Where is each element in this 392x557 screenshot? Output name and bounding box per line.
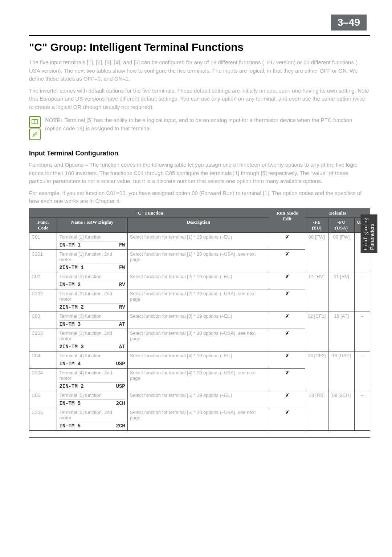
config-paragraph-1: Functions and Options – The function cod… bbox=[29, 161, 370, 186]
th-fe: -FE (EU) bbox=[305, 217, 328, 232]
cell-run: ✗ bbox=[269, 351, 305, 368]
note-icon-stack bbox=[29, 116, 41, 140]
cell-desc: Select function for terminal [5] * 20 op… bbox=[127, 408, 269, 430]
cell-code: C201 bbox=[29, 249, 57, 272]
cell-fe: 18 [RS] bbox=[305, 391, 328, 430]
c-function-table: "C" Function Run Mode Edit Defaults Func… bbox=[29, 208, 370, 431]
cell-fe: 00 [FW] bbox=[305, 232, 328, 272]
cell-run: ✗ bbox=[269, 329, 305, 351]
cell-code: C203 bbox=[29, 329, 57, 351]
cell-name: Terminal [5] functionIN-TM 52CH bbox=[57, 391, 127, 408]
th-group: "C" Function bbox=[29, 208, 269, 217]
th-func: Func. Code bbox=[29, 217, 57, 232]
note-text: Terminal [5] has the ability to be a log… bbox=[45, 117, 352, 131]
note-text-wrap: NOTE:Terminal [5] has the ability to be … bbox=[45, 116, 370, 133]
cell-run: ✗ bbox=[269, 249, 305, 272]
cell-name: Terminal [3] function, 2nd motor2IN-TM 3… bbox=[57, 329, 127, 351]
page-number-badge: 3–49 bbox=[331, 15, 367, 31]
cell-code: C04 bbox=[29, 351, 57, 368]
cell-run: ✗ bbox=[269, 391, 305, 408]
cell-name: Terminal [1] functionIN-TM 1FW bbox=[57, 232, 127, 249]
cell-units: – bbox=[355, 351, 370, 391]
table-body: C01Terminal [1] functionIN-TM 1FWSelect … bbox=[29, 232, 370, 430]
page-section: 3 bbox=[338, 17, 343, 28]
cell-fe: 02 [CF1] bbox=[305, 312, 328, 351]
cell-fu: 09 [2CH] bbox=[328, 391, 354, 430]
cell-run: ✗ bbox=[269, 368, 305, 391]
intro-paragraph-1: The five input terminals [1], [2], [3], … bbox=[29, 58, 370, 83]
cell-units: – bbox=[355, 312, 370, 351]
cell-code: C03 bbox=[29, 312, 57, 329]
cell-units: – bbox=[355, 391, 370, 430]
table-row: C02Terminal [2] functionIN-TM 2RVSelect … bbox=[29, 272, 370, 289]
cell-desc: Select function for terminal [4] * 19 op… bbox=[127, 351, 269, 368]
cell-code: C202 bbox=[29, 289, 57, 312]
th-name: Name / SRW Display bbox=[57, 217, 127, 232]
table-row: C03Terminal [3] functionIN-TM 3ATSelect … bbox=[29, 312, 370, 329]
cell-fu: 13 [USP] bbox=[328, 351, 354, 391]
cell-name: Terminal [1] function, 2nd motor2IN-TM 1… bbox=[57, 249, 127, 272]
cell-code: C05 bbox=[29, 391, 57, 408]
cell-fu: 16 [AT] bbox=[328, 312, 354, 351]
intro-paragraph-2: The inverter comes with default options … bbox=[29, 87, 370, 111]
cell-run: ✗ bbox=[269, 232, 305, 249]
bottom-rule bbox=[29, 437, 370, 438]
cell-desc: Select function for terminal [2] * 19 op… bbox=[127, 272, 269, 289]
cell-units: – bbox=[355, 272, 370, 312]
cell-desc: Select function for terminal [1] * 20 op… bbox=[127, 249, 269, 272]
table-row: C04Terminal [4] functionIN-TM 4USPSelect… bbox=[29, 351, 370, 368]
th-fu: -FU (USA) bbox=[328, 217, 354, 232]
table-row: C01Terminal [1] functionIN-TM 1FWSelect … bbox=[29, 232, 370, 249]
cell-fe: 01 [RV] bbox=[305, 272, 328, 312]
th-run: Run Mode Edit bbox=[269, 208, 305, 232]
cell-name: Terminal [3] functionIN-TM 3AT bbox=[57, 312, 127, 329]
cell-fu: 01 [RV] bbox=[328, 272, 354, 312]
cell-code: C204 bbox=[29, 368, 57, 391]
cell-name: Terminal [2] function, 2nd motor2IN-TM 2… bbox=[57, 289, 127, 312]
cell-name: Terminal [2] functionIN-TM 2RV bbox=[57, 272, 127, 289]
note-block: NOTE:Terminal [5] has the ability to be … bbox=[29, 116, 370, 140]
page: 3–49 "C" Group: Intelligent Terminal Fun… bbox=[0, 0, 392, 557]
page-no: 49 bbox=[349, 17, 360, 28]
cell-fu: 00 [FW] bbox=[328, 232, 354, 272]
cell-run: ✗ bbox=[269, 289, 305, 312]
config-paragraph-2: For example, if you set function C01=00,… bbox=[29, 189, 370, 206]
cell-code: C02 bbox=[29, 272, 57, 289]
page-title: "C" Group: Intelligent Terminal Function… bbox=[29, 41, 370, 53]
cell-name: Terminal [4] function, 2nd motor2IN-TM 2… bbox=[57, 368, 127, 391]
cell-name: Terminal [4] functionIN-TM 4USP bbox=[57, 351, 127, 368]
th-defaults: Defaults bbox=[305, 208, 370, 217]
pen-icon bbox=[29, 129, 41, 140]
th-desc: Description bbox=[127, 217, 269, 232]
side-tab: Configuring Parameters bbox=[361, 214, 377, 253]
note-label: NOTE: bbox=[45, 117, 62, 123]
cell-code: C01 bbox=[29, 232, 57, 249]
cell-desc: Select function for terminal [3] * 20 op… bbox=[127, 329, 269, 351]
cell-desc: Select function for terminal [2] * 20 op… bbox=[127, 289, 269, 312]
top-rule bbox=[29, 35, 370, 36]
cell-run: ✗ bbox=[269, 272, 305, 289]
page-dash: – bbox=[343, 17, 349, 28]
cell-desc: Select function for terminal [3] * 19 op… bbox=[127, 312, 269, 329]
side-tab-line1: Configuring bbox=[363, 217, 368, 250]
cell-run: ✗ bbox=[269, 408, 305, 430]
cell-code: C205 bbox=[29, 408, 57, 430]
cell-name: Terminal [5] function, 2nd motorIN-TM 52… bbox=[57, 408, 127, 430]
notebook-icon bbox=[29, 116, 41, 128]
cell-desc: Select function for terminal [4] * 20 op… bbox=[127, 368, 269, 391]
cell-desc: Select function for terminal [1] * 19 op… bbox=[127, 232, 269, 249]
table-row: C05Terminal [5] functionIN-TM 52CHSelect… bbox=[29, 391, 370, 408]
cell-fe: 03 [CF2] bbox=[305, 351, 328, 391]
subheading: Input Terminal Configuration bbox=[29, 150, 370, 157]
cell-run: ✗ bbox=[269, 312, 305, 329]
cell-desc: Select function for terminal [5] * 19 op… bbox=[127, 391, 269, 408]
side-tab-line2: Parameters bbox=[369, 224, 375, 250]
